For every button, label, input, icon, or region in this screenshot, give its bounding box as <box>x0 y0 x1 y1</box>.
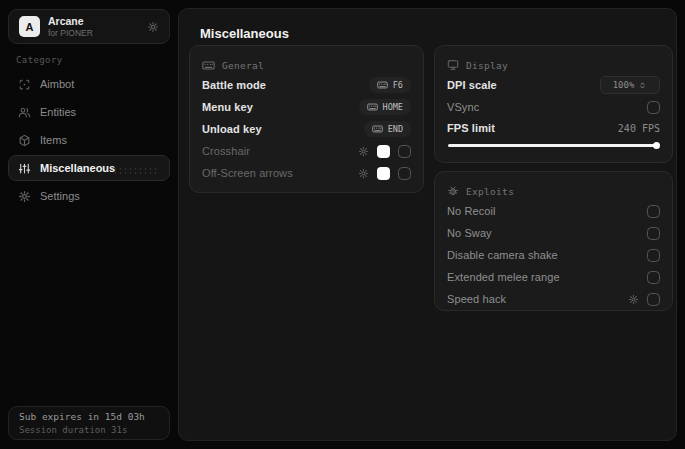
speed-hack-label: Speed hack <box>447 293 628 305</box>
gear-icon[interactable] <box>147 21 159 33</box>
exploits-card-header: Exploits <box>447 182 660 200</box>
keybind-value: F6 <box>393 80 403 90</box>
offscreen-arrows-controls <box>358 167 411 180</box>
no-recoil-checkbox[interactable] <box>647 205 660 218</box>
dpi-scale-row: DPI scale 100% <box>447 74 660 96</box>
users-icon <box>18 106 31 119</box>
sidebar-item-miscellaneous[interactable]: Miscellaneous <box>8 155 170 181</box>
battle-mode-label: Battle mode <box>202 79 369 91</box>
no-recoil-row: No Recoil <box>447 200 660 222</box>
fps-limit-label: FPS limit <box>447 122 618 134</box>
app-name: Arcane <box>48 16 93 27</box>
sidebar-nav: Aimbot Entities Items Miscellaneous Sett… <box>8 71 170 211</box>
main-panel: Miscellaneous General Battle mode F6 Men… <box>178 8 677 441</box>
crosshair-color-swatch[interactable] <box>377 145 390 158</box>
slider-thumb[interactable] <box>653 142 660 149</box>
exploits-header-label: Exploits <box>466 186 514 197</box>
sidebar-item-label: Entities <box>40 106 76 118</box>
offscreen-arrows-label: Off-Screen arrows <box>202 167 358 179</box>
app-header-card: A Arcane for PIONER <box>8 9 170 44</box>
keyboard-icon <box>367 103 378 111</box>
menu-key-keybind[interactable]: HOME <box>359 99 411 115</box>
sliders-icon <box>18 162 31 175</box>
unload-key-row: Unload key END <box>202 118 411 140</box>
cube-icon <box>18 134 31 147</box>
disable-camera-shake-row: Disable camera shake <box>447 244 660 266</box>
app-logo: A <box>19 16 40 37</box>
extended-melee-range-label: Extended melee range <box>447 271 647 283</box>
speed-hack-row: Speed hack <box>447 288 660 310</box>
fps-limit-slider[interactable] <box>447 142 660 149</box>
arcane-window: A Arcane for PIONER Category Aimbot Enti… <box>0 0 685 449</box>
display-header-label: Display <box>466 60 508 71</box>
offscreen-checkbox[interactable] <box>398 167 411 180</box>
unload-key-label: Unload key <box>202 123 364 135</box>
battle-mode-row: Battle mode F6 <box>202 74 411 96</box>
chevron-up-down-icon <box>638 81 647 90</box>
general-header-label: General <box>222 60 264 71</box>
sidebar-item-label: Miscellaneous <box>40 162 115 174</box>
sidebar-item-label: Items <box>40 134 67 146</box>
gear-icon <box>18 190 31 203</box>
slider-track[interactable] <box>448 144 659 147</box>
fps-limit-value: 240 FPS <box>618 123 660 134</box>
speed-hack-controls <box>628 293 660 306</box>
sidebar-item-label: Settings <box>40 190 80 202</box>
monitor-icon <box>447 59 459 71</box>
gear-icon[interactable] <box>358 168 369 179</box>
crosshair-controls <box>358 145 411 158</box>
keyboard-icon <box>372 125 383 133</box>
active-item-texture <box>113 167 159 174</box>
aimbot-scan-icon <box>18 78 31 91</box>
battle-mode-keybind[interactable]: F6 <box>369 77 411 93</box>
disable-camera-shake-checkbox[interactable] <box>647 249 660 262</box>
no-sway-checkbox[interactable] <box>647 227 660 240</box>
sidebar-item-aimbot[interactable]: Aimbot <box>8 71 170 97</box>
gear-icon[interactable] <box>358 146 369 157</box>
keyboard-icon <box>202 61 215 70</box>
display-card-header: Display <box>447 56 660 74</box>
vsync-label: VSync <box>447 101 647 113</box>
crosshair-label: Crosshair <box>202 145 358 157</box>
unload-key-keybind[interactable]: END <box>364 121 411 137</box>
general-card: General Battle mode F6 Menu key HOME Unl… <box>189 45 424 193</box>
no-recoil-label: No Recoil <box>447 205 647 217</box>
menu-key-row: Menu key HOME <box>202 96 411 118</box>
vsync-row: VSync <box>447 96 660 118</box>
no-sway-label: No Sway <box>447 227 647 239</box>
dpi-scale-value: 100% <box>613 80 635 90</box>
general-card-header: General <box>202 56 411 74</box>
dpi-scale-label: DPI scale <box>447 79 600 91</box>
vsync-checkbox[interactable] <box>647 101 660 114</box>
extended-melee-range-row: Extended melee range <box>447 266 660 288</box>
offscreen-color-swatch[interactable] <box>377 167 390 180</box>
subscription-status-card: Sub expires in 15d 03h Session duration … <box>8 406 170 440</box>
sub-expires-text: Sub expires in 15d 03h <box>19 412 159 422</box>
sidebar-item-settings[interactable]: Settings <box>8 183 170 209</box>
keybind-value: END <box>388 124 403 134</box>
fps-limit-row: FPS limit 240 FPS <box>447 118 660 138</box>
keybind-value: HOME <box>383 102 403 112</box>
no-sway-row: No Sway <box>447 222 660 244</box>
app-subtitle: for PIONER <box>48 29 93 38</box>
crosshair-checkbox[interactable] <box>398 145 411 158</box>
session-duration-text: Session duration 31s <box>19 426 159 435</box>
sidebar-item-items[interactable]: Items <box>8 127 170 153</box>
gear-icon[interactable] <box>628 294 639 305</box>
keyboard-icon <box>377 81 388 89</box>
extended-melee-range-checkbox[interactable] <box>647 271 660 284</box>
offscreen-arrows-row: Off-Screen arrows <box>202 162 411 184</box>
bug-icon <box>447 185 459 197</box>
menu-key-label: Menu key <box>202 101 359 113</box>
crosshair-row: Crosshair <box>202 140 411 162</box>
category-label: Category <box>16 55 63 65</box>
display-card: Display DPI scale 100% VSync FPS limit 2… <box>434 45 673 163</box>
sidebar-item-label: Aimbot <box>40 78 74 90</box>
exploits-card: Exploits No Recoil No Sway Disable camer… <box>434 171 673 311</box>
page-title: Miscellaneous <box>200 26 289 41</box>
disable-camera-shake-label: Disable camera shake <box>447 249 647 261</box>
dpi-scale-select[interactable]: 100% <box>600 76 660 94</box>
speed-hack-checkbox[interactable] <box>647 293 660 306</box>
app-title-block: Arcane for PIONER <box>48 16 93 38</box>
sidebar-item-entities[interactable]: Entities <box>8 99 170 125</box>
